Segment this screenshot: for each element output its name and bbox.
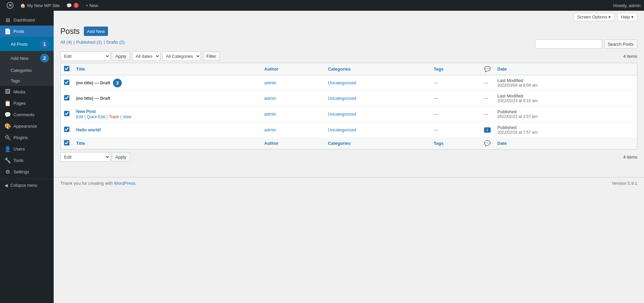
post-title-cell: (no title) — Draft [73, 91, 261, 106]
category-link[interactable]: Uncategorized [328, 127, 356, 132]
row-checkbox-cell [61, 91, 73, 106]
date-footer[interactable]: Date [494, 137, 637, 149]
post-title-cell: Hello world! [73, 122, 261, 138]
comment-bubble-link[interactable]: 1 [484, 127, 491, 132]
site-name-item[interactable]: 🏠 My New WP Site [17, 0, 63, 11]
post-tags-cell: — [430, 122, 481, 138]
edit-action[interactable]: Edit [76, 115, 83, 119]
post-comments-cell: — [481, 91, 494, 106]
sidebar-item-users-label: Users [13, 146, 25, 152]
tags-label: Tags [11, 78, 20, 83]
sidebar-item-pages[interactable]: 📋 Pages [0, 97, 54, 109]
post-date-cell: Last Modified 2022/03/04 at 8:09 am [494, 75, 637, 91]
sidebar-item-categories[interactable]: Categories [0, 65, 54, 76]
row-checkbox[interactable] [64, 127, 69, 132]
category-link[interactable]: Uncategorized [328, 112, 356, 117]
published-filter-link[interactable]: Published (2) [76, 40, 102, 45]
apply-bottom-button[interactable]: Apply [112, 152, 130, 162]
date-status: Published [497, 125, 634, 130]
row-checkbox[interactable] [64, 95, 69, 100]
categories-footer: Categories [325, 137, 430, 149]
comment-count-badge: 1 [484, 127, 491, 133]
sidebar-item-add-new[interactable]: Add New 2 [0, 51, 54, 65]
row-actions: Edit | Quick Edit | Trash | View [76, 115, 258, 119]
select-all-checkbox[interactable] [64, 66, 69, 71]
row-checkbox[interactable] [64, 80, 69, 85]
sidebar-item-appearance[interactable]: 🎨 Appearance [0, 120, 54, 132]
title-header[interactable]: Title [73, 63, 261, 75]
bulk-action-select-bottom[interactable]: Edit Delete Permanently [60, 152, 110, 162]
select-all-footer-checkbox[interactable] [64, 140, 69, 145]
post-title-link[interactable]: Hello world! [76, 127, 101, 132]
date-header[interactable]: Date [494, 63, 637, 75]
site-icon: 🏠 [20, 3, 25, 8]
screen-options-button[interactable]: Screen Options ▾ [574, 13, 615, 21]
sidebar-item-users[interactable]: 👤 Users [0, 143, 54, 155]
trash-action[interactable]: Trash [109, 115, 119, 119]
add-new-button[interactable]: Add New [84, 27, 108, 36]
wp-logo[interactable] [3, 2, 17, 9]
comments-item[interactable]: 💬 0 [63, 0, 82, 11]
category-link[interactable]: Uncategorized [328, 80, 356, 85]
author-link[interactable]: admin [264, 80, 276, 85]
post-title-link[interactable]: New Post [76, 109, 96, 114]
screen-options-bar: Screen Options ▾ Help ▾ [54, 11, 644, 23]
sidebar-item-comments[interactable]: 💬 Comments [0, 109, 54, 120]
sidebar-item-media[interactable]: 🖼 Media [0, 86, 54, 97]
date-filter-select[interactable]: All dates [132, 51, 160, 61]
view-action[interactable]: View [123, 115, 131, 119]
search-posts-button[interactable]: Search Posts [604, 39, 637, 49]
search-input[interactable] [535, 39, 602, 49]
category-filter-select[interactable]: All Categories [162, 51, 201, 61]
new-label: + New [86, 3, 98, 8]
post-author-cell: admin [261, 91, 325, 106]
comment-icon: 💬 [66, 3, 72, 8]
tutorial-badge-1: 1 [40, 40, 49, 48]
wordpress-link[interactable]: WordPress [114, 181, 136, 186]
tools-icon: 🔧 [5, 157, 11, 163]
sidebar-item-posts-label: Posts [13, 29, 24, 34]
author-link[interactable]: admin [264, 96, 276, 101]
media-icon: 🖼 [5, 89, 11, 95]
author-link[interactable]: admin [264, 127, 276, 132]
sidebar-item-plugins[interactable]: 🔌 Plugins [0, 132, 54, 143]
sidebar-item-media-label: Media [13, 89, 25, 94]
post-tags-cell: — [430, 91, 481, 106]
sidebar-item-all-posts[interactable]: All Posts 1 [0, 37, 54, 51]
comments-header: 💬 [481, 63, 494, 75]
filter-button[interactable]: Filter [203, 51, 220, 61]
category-link[interactable]: Uncategorized [328, 96, 356, 101]
footer-text: Thank you for creating with WordPress. [60, 181, 137, 186]
collapse-icon: ◀ [5, 183, 8, 188]
posts-table: Title Author Categories Tags 💬 Date [60, 63, 637, 149]
drafts-filter-link[interactable]: Drafts (2) [106, 40, 124, 45]
all-posts-filter-link[interactable]: All (4) [60, 40, 72, 45]
howdy-text: Howdy, admin [613, 3, 641, 8]
bulk-select-bottom: Edit Delete Permanently Apply [60, 152, 130, 162]
select-all-header [61, 63, 73, 75]
apply-top-button[interactable]: Apply [112, 51, 130, 61]
sidebar-item-dashboard[interactable]: ⊞ Dashboard [0, 14, 54, 26]
new-content-item[interactable]: + New [82, 0, 101, 11]
comments-footer: 💬 [481, 137, 494, 149]
post-comments-cell: 1 [481, 122, 494, 138]
title-footer[interactable]: Title [73, 137, 261, 149]
sidebar-item-tags[interactable]: Tags [0, 76, 54, 86]
sidebar-item-settings[interactable]: ⚙ Settings [0, 166, 54, 177]
table-row: Hello world! admin Uncategorized — 1 [61, 122, 637, 138]
post-author-cell: admin [261, 75, 325, 91]
help-button[interactable]: Help ▾ [617, 13, 637, 21]
bulk-action-select-top[interactable]: Edit Delete Permanently [60, 51, 110, 61]
post-date-cell: Published 2022/02/22 at 3:57 pm [494, 106, 637, 122]
plugins-icon: 🔌 [5, 134, 11, 140]
row-checkbox[interactable] [64, 111, 69, 116]
page-footer: Thank you for creating with WordPress. V… [54, 177, 644, 189]
sidebar-item-tools[interactable]: 🔧 Tools [0, 155, 54, 166]
sidebar-collapse[interactable]: ◀ Collapse menu [0, 180, 54, 190]
sidebar-item-posts[interactable]: 📄 Posts [0, 26, 54, 37]
pages-icon: 📋 [5, 100, 11, 106]
collapse-label: Collapse menu [10, 183, 37, 188]
quick-edit-action[interactable]: Quick Edit [87, 115, 105, 119]
post-title-cell: New Post Edit | Quick Edit | Trash | Vie… [73, 106, 261, 122]
author-link[interactable]: admin [264, 112, 276, 117]
